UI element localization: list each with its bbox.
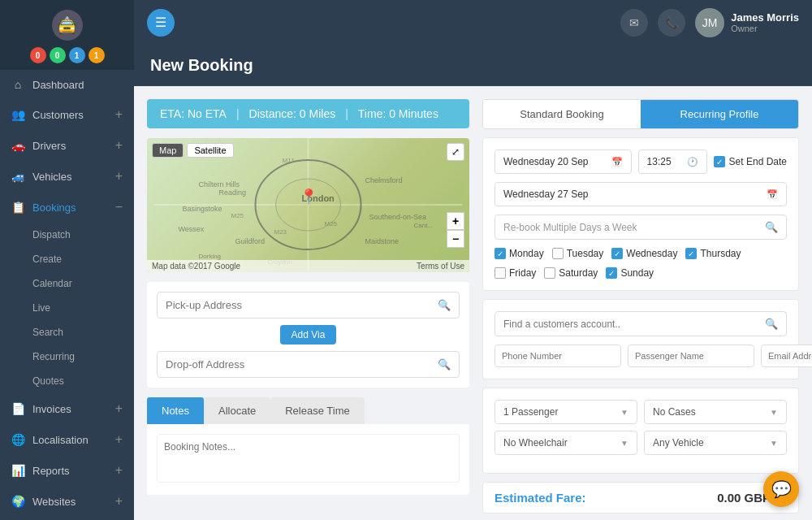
pickup-address-input[interactable]	[166, 299, 438, 311]
day-saturday[interactable]: Saturday	[544, 267, 598, 279]
phone-field[interactable]	[495, 344, 621, 367]
add-via-button[interactable]: Add Via	[280, 325, 337, 344]
standard-booking-tab[interactable]: Standard Booking	[483, 100, 641, 128]
sidebar-item-bookings[interactable]: 📋 Bookings −	[0, 192, 134, 223]
day-monday[interactable]: ✓ Monday	[495, 248, 544, 259]
tuesday-label: Tuesday	[567, 248, 604, 259]
sidebar-subitem-dispatch[interactable]: Dispatch	[0, 223, 134, 247]
sidebar-item-drivers[interactable]: 🚗 Drivers +	[0, 130, 134, 161]
recurring-profile-tab[interactable]: Recurring Profile	[641, 100, 798, 128]
end-calendar-icon: 📅	[767, 189, 778, 200]
wednesday-checkbox[interactable]: ✓	[611, 248, 623, 259]
time-field[interactable]: 13:25 🕐	[638, 150, 707, 174]
map-expand-button[interactable]: ⤢	[447, 143, 464, 161]
menu-button[interactable]: ☰	[147, 9, 175, 37]
start-date-field[interactable]: Wednesday 20 Sep 📅	[495, 150, 632, 174]
invoices-plus-icon[interactable]: +	[115, 401, 123, 416]
sidebar-item-label: Dashboard	[32, 79, 84, 91]
day-thursday[interactable]: ✓ Thursday	[685, 248, 741, 259]
zoom-in-button[interactable]: +	[447, 212, 464, 230]
passenger-value: 1 Passenger	[503, 406, 558, 418]
friday-checkbox[interactable]	[495, 267, 506, 279]
tab-release-time[interactable]: Release Time	[270, 397, 364, 424]
day-tuesday[interactable]: Tuesday	[552, 248, 604, 259]
topbar-right: ✉ 📞 JM James Morris Owner	[620, 8, 799, 37]
booking-notes-textarea[interactable]	[157, 434, 460, 483]
customer-search-row[interactable]: 🔍	[495, 311, 787, 336]
drivers-plus-icon[interactable]: +	[115, 138, 123, 153]
rebook-search-icon: 🔍	[765, 221, 778, 233]
monday-checkbox[interactable]: ✓	[495, 248, 506, 259]
wheelchair-value: No Wheelchair	[503, 437, 568, 448]
day-friday[interactable]: Friday	[495, 267, 536, 279]
email-field[interactable]	[761, 344, 812, 367]
eta-bar: ETA: No ETA | Distance: 0 Miles | Time: …	[147, 99, 469, 128]
day-sunday[interactable]: ✓ Sunday	[606, 267, 654, 279]
sunday-checkbox[interactable]: ✓	[606, 267, 617, 279]
customer-search-input[interactable]	[503, 318, 765, 330]
vehicles-plus-icon[interactable]: +	[115, 169, 123, 184]
customers-plus-icon[interactable]: +	[115, 107, 123, 122]
address-section: 🔍 Add Via 🔍	[147, 282, 469, 388]
set-end-date-checkbox[interactable]: ✓	[714, 156, 725, 167]
zoom-out-button[interactable]: −	[447, 230, 464, 248]
pickup-search-icon: 🔍	[438, 299, 451, 311]
dropoff-address-field[interactable]: 🔍	[157, 351, 460, 378]
sidebar-subitem-live[interactable]: Live	[0, 296, 134, 320]
sidebar-item-customers[interactable]: 👥 Customers +	[0, 99, 134, 130]
day-wednesday[interactable]: ✓ Wednesday	[611, 248, 677, 259]
websites-icon: 🌍	[11, 495, 24, 508]
map-inner: London Reading Chelmsford Southend-on-Se…	[147, 138, 469, 272]
map-controls: Map Satellite	[152, 143, 234, 158]
calendar-icon: 📅	[611, 157, 623, 167]
sidebar-subitem-recurring[interactable]: Recurring	[0, 344, 134, 369]
tuesday-checkbox[interactable]	[552, 248, 564, 259]
passenger-name-field[interactable]	[628, 344, 754, 367]
websites-plus-icon[interactable]: +	[115, 494, 123, 509]
svg-text:Maidstone: Maidstone	[365, 237, 400, 245]
satellite-view-button[interactable]: Satellite	[187, 143, 233, 158]
set-end-date-label[interactable]: ✓ Set End Date	[714, 156, 787, 167]
chat-button[interactable]: 💬	[763, 471, 799, 507]
vehicle-arrow-icon: ▼	[770, 439, 778, 448]
tab-allocate[interactable]: Allocate	[204, 397, 270, 424]
sidebar-subitem-search[interactable]: Search	[0, 320, 134, 344]
thursday-checkbox[interactable]: ✓	[685, 248, 697, 259]
sidebar-item-reports[interactable]: 📊 Reports +	[0, 455, 134, 486]
phone-button[interactable]: 📞	[658, 9, 685, 37]
dropoff-search-icon: 🔍	[438, 358, 451, 370]
sidebar-item-invoices[interactable]: 📄 Invoices +	[0, 393, 134, 424]
saturday-checkbox[interactable]	[544, 267, 555, 279]
page-title: New Booking	[150, 56, 253, 74]
pickup-address-field[interactable]: 🔍	[157, 292, 460, 318]
mail-button[interactable]: ✉	[620, 9, 648, 37]
end-date-field[interactable]: Wednesday 27 Sep 📅	[495, 182, 787, 206]
sidebar-subitem-calendar[interactable]: Calendar	[0, 271, 134, 296]
sidebar-item-localisation[interactable]: 🌐 Localisation +	[0, 424, 134, 455]
avatar: JM	[695, 8, 724, 37]
sidebar-subitem-quotes[interactable]: Quotes	[0, 369, 134, 393]
sidebar-item-dashboard[interactable]: ⌂ Dashboard	[0, 70, 134, 99]
booking-tabs: Notes Allocate Release Time	[147, 397, 469, 424]
sidebar-item-label: Websites	[32, 496, 76, 508]
date-time-card: Wednesday 20 Sep 📅 13:25 🕐 ✓ Set End Dat…	[482, 137, 799, 291]
sidebar-subitem-create[interactable]: Create	[0, 247, 134, 271]
localisation-plus-icon[interactable]: +	[115, 432, 123, 447]
sidebar-item-vehicles[interactable]: 🚙 Vehicles +	[0, 161, 134, 192]
passenger-select[interactable]: 1 Passenger ▼	[495, 400, 637, 424]
time-text: 13:25	[647, 156, 672, 167]
map-view-button[interactable]: Map	[152, 143, 184, 158]
vehicle-select[interactable]: Any Vehicle ▼	[644, 431, 787, 455]
cases-select[interactable]: No Cases ▼	[644, 400, 787, 424]
badge-green: 0	[50, 47, 66, 63]
bookings-minus-icon[interactable]: −	[115, 200, 123, 214]
dropoff-address-input[interactable]	[166, 358, 438, 370]
distance-text: Distance: 0 Miles	[249, 107, 336, 120]
tab-notes[interactable]: Notes	[147, 397, 204, 424]
days-row: ✓ Monday Tuesday ✓ Wednesday ✓	[495, 248, 787, 279]
wheelchair-select[interactable]: No Wheelchair ▼	[495, 431, 637, 455]
sidebar-item-kiosks[interactable]: 🖥 Kiosks +	[0, 517, 134, 520]
sidebar-item-websites[interactable]: 🌍 Websites +	[0, 486, 134, 517]
map-footer: Map data ©2017 Google Terms of Use	[147, 260, 469, 272]
reports-plus-icon[interactable]: +	[115, 463, 123, 478]
